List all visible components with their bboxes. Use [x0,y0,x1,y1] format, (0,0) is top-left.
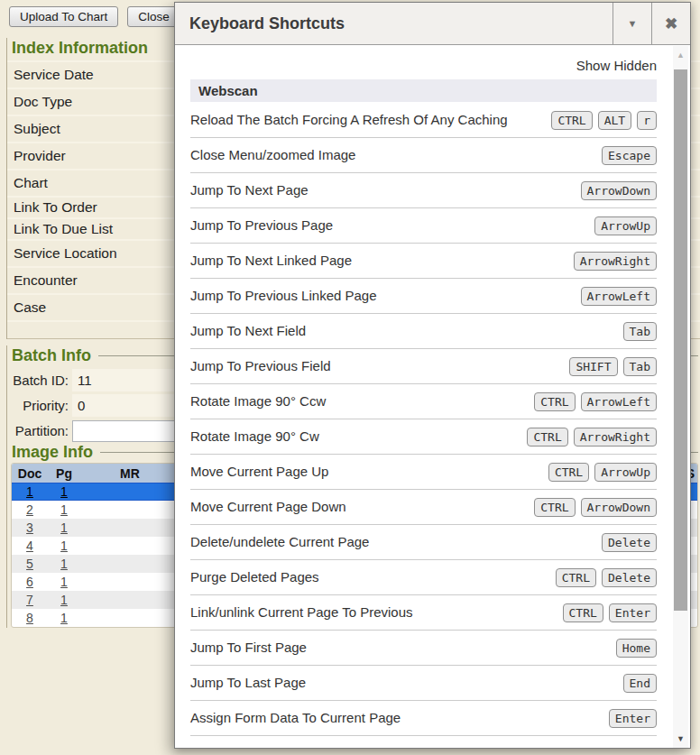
shortcut-row: Jump To Next Field Tab [190,314,657,349]
key-badge: CTRL [548,463,589,482]
shortcut-label: Jump To Previous Field [190,351,569,382]
index-field-label: Chart [14,175,48,191]
shortcut-label: Purge Deleted Pages [190,562,556,593]
pg-link[interactable]: 1 [60,502,68,517]
shortcut-keys: Home [616,639,657,658]
key-badge: ArrowDown [581,181,657,200]
scrollbar-thumb[interactable] [674,69,687,611]
doc-link[interactable]: 5 [26,557,33,571]
shortcut-row: Jump To Previous Page ArrowUp [190,208,657,244]
shortcut-label: Rotate Image 90° Ccw [190,386,534,417]
key-badge: Enter [609,709,657,728]
shortcut-label: Delete/undelete Current Page [190,527,602,557]
shortcut-row: Link/unlink Current Page To Previous CTR… [190,595,657,631]
shortcut-list: Reload The Batch Forcing A Refresh Of An… [190,103,657,736]
index-information-title: Index Information [12,39,148,58]
close-icon: ✖ [665,14,677,33]
shortcut-keys: CTRLArrowLeft [534,392,657,411]
dialog-scrollbar[interactable]: ▲ ▼ [673,46,688,748]
index-field-label: Encounter [14,272,78,289]
shortcut-label: Link/unlink Current Page To Previous [190,597,563,628]
pg-link[interactable]: 1 [60,484,68,499]
shortcut-keys: CTRLArrowUp [548,463,657,482]
shortcut-keys: CTRLALTr [551,111,657,130]
close-button[interactable]: Close [127,6,180,27]
shortcut-keys: ArrowRight [574,252,657,271]
index-field-label: Service Date [14,67,94,83]
shortcut-keys: CTRLEnter [563,603,657,622]
pg-link[interactable]: 1 [60,611,68,625]
key-badge: CTRL [551,111,592,130]
doc-link[interactable]: 8 [26,611,33,625]
shortcut-keys: CTRLArrowDown [534,498,657,517]
shortcut-label: Reload The Batch Forcing A Refresh Of An… [190,105,551,135]
shortcut-row: Jump To Previous Linked Page ArrowLeft [190,279,657,314]
key-badge: CTRL [563,603,603,622]
index-field-label: Service Location [14,245,117,262]
doc-link[interactable]: 2 [26,502,33,517]
key-badge: ArrowLeft [581,392,657,411]
index-field-label: Case [14,299,46,316]
pg-link[interactable]: 1 [60,539,68,553]
doc-link[interactable]: 6 [26,575,33,589]
chevron-down-icon: ▼ [628,18,638,29]
index-field-label: Provider [14,148,66,164]
shortcut-label: Jump To Last Page [190,668,623,698]
batch-field-label: Batch ID: [7,373,72,388]
shortcut-keys: End [623,674,657,693]
key-badge: End [623,674,657,693]
key-badge: ArrowDown [581,498,657,517]
upload-to-chart-button[interactable]: Upload To Chart [9,6,118,27]
shortcut-keys: ArrowUp [594,216,657,235]
dialog-header: Keyboard Shortcuts ▼ ✖ [175,3,690,45]
key-badge: ArrowRight [574,428,657,447]
shortcut-label: Jump To Next Linked Page [190,245,574,276]
shortcut-row: Rotate Image 90° Cw CTRLArrowRight [190,419,657,455]
key-badge: Tab [623,322,657,341]
shortcut-row: Jump To Next Linked Page ArrowRight [190,244,657,279]
scroll-down-icon[interactable]: ▼ [673,734,688,743]
doc-link[interactable]: 7 [26,593,33,607]
shortcut-keys: CTRLDelete [556,568,657,587]
shortcut-keys: Tab [623,322,657,341]
key-badge: Enter [609,603,657,622]
pg-link[interactable]: 1 [60,520,68,535]
shortcut-row: Delete/undelete Current Page Delete [190,525,657,560]
dialog-body: Show Hidden Webscan Reload The Batch For… [175,46,690,748]
doc-link[interactable]: 4 [26,539,33,553]
batch-info-title: Batch Info [12,346,91,365]
key-badge: ALT [598,111,631,130]
shortcut-label: Jump To Next Field [190,316,623,346]
shortcut-keys: ArrowLeft [581,287,657,306]
shortcut-label: Jump To First Page [190,632,616,663]
key-badge: Delete [602,568,657,587]
shortcut-label: Rotate Image 90° Cw [190,421,527,452]
shortcut-keys: Enter [609,709,657,728]
key-badge: Delete [602,533,657,552]
show-hidden-link[interactable]: Show Hidden [190,46,657,79]
shortcut-keys: Delete [602,533,657,552]
shortcut-row: Jump To First Page Home [190,631,657,666]
shortcut-row: Close Menu/zoomed Image Escape [190,138,657,173]
scroll-up-icon[interactable]: ▲ [673,51,688,60]
close-dialog-button[interactable]: ✖ [651,3,690,44]
doc-link[interactable]: 1 [26,484,33,499]
pg-link[interactable]: 1 [60,575,68,589]
batch-field-label: Partition: [7,423,72,438]
shortcut-keys: ArrowDown [581,181,657,200]
pg-link[interactable]: 1 [60,593,68,607]
index-field-label: Doc Type [14,94,72,110]
key-badge: Escape [602,146,657,165]
keyboard-shortcuts-dialog: Keyboard Shortcuts ▼ ✖ Show Hidden Websc… [174,2,691,749]
shortcut-label: Jump To Previous Page [190,210,594,241]
pg-link[interactable]: 1 [60,557,68,571]
column-header-doc: Doc [12,466,48,481]
shortcut-label: Jump To Previous Linked Page [190,281,581,311]
shortcut-row: Move Current Page Down CTRLArrowDown [190,490,657,525]
key-badge: ArrowUp [594,216,657,235]
shortcut-label: Assign Form Data To Current Page [190,703,609,733]
column-header-pg: Pg [48,466,80,481]
collapse-dialog-button[interactable]: ▼ [612,3,651,44]
key-badge: Home [616,639,657,658]
doc-link[interactable]: 3 [26,520,33,535]
